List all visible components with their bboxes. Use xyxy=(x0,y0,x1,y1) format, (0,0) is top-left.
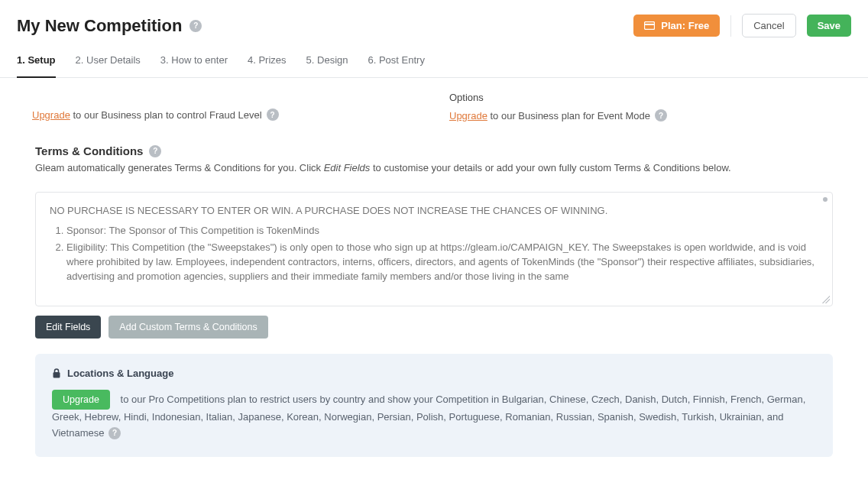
terms-item-eligibility: Eligibility: This Competition (the "Swee… xyxy=(66,241,818,284)
terms-desc: Gleam automatically generates Terms & Co… xyxy=(35,162,833,173)
terms-item-sponsor: Sponsor: The Sponsor of This Competition… xyxy=(66,224,818,238)
tab-how-to-enter[interactable]: 3. How to enter xyxy=(160,45,228,77)
save-button[interactable]: Save xyxy=(807,15,851,37)
terms-title: Terms & Conditions xyxy=(35,144,143,157)
add-custom-terms-button[interactable]: Add Custom Terms & Conditions xyxy=(108,316,267,339)
title-wrap: My New Competition ? xyxy=(17,16,202,36)
upgrade-row: Upgrade to our Business plan to control … xyxy=(17,87,851,134)
terms-desc-em: Edit Fields xyxy=(324,162,371,173)
tab-prizes[interactable]: 4. Prizes xyxy=(248,45,287,77)
terms-desc-prefix: Gleam automatically generates Terms & Co… xyxy=(35,162,324,173)
help-icon[interactable]: ? xyxy=(655,109,667,122)
plan-label: Plan: Free xyxy=(661,21,709,31)
cancel-button[interactable]: Cancel xyxy=(742,14,795,37)
svg-rect-2 xyxy=(53,372,60,378)
help-icon[interactable]: ? xyxy=(267,109,279,121)
event-mode-col: Options Upgrade to our Business plan for… xyxy=(449,92,836,122)
locations-card: Locations & Language Upgrade to our Pro … xyxy=(35,354,833,457)
terms-section: Terms & Conditions ? Gleam automatically… xyxy=(17,134,851,468)
tab-user-details[interactable]: 2. User Details xyxy=(76,45,141,77)
terms-desc-suffix: to customise your details or add your ow… xyxy=(370,162,730,173)
upgrade-button-locations[interactable]: Upgrade xyxy=(52,390,110,410)
fraud-text: to our Business plan to control Fraud Le… xyxy=(70,109,262,121)
terms-list: Sponsor: The Sponsor of This Competition… xyxy=(50,224,818,284)
terms-head: Terms & Conditions ? xyxy=(35,144,833,157)
upgrade-link-fraud[interactable]: Upgrade xyxy=(32,109,70,121)
tab-post-entry[interactable]: 6. Post Entry xyxy=(368,45,424,77)
header-actions: Plan: Free Cancel Save xyxy=(633,14,851,37)
terms-intro: NO PURCHASE IS NECESSARY TO ENTER OR WIN… xyxy=(50,205,818,216)
plan-button[interactable]: Plan: Free xyxy=(633,15,720,37)
lock-icon xyxy=(52,368,61,378)
fraud-level-col: Upgrade to our Business plan to control … xyxy=(32,92,419,122)
locations-title: Locations & Language xyxy=(67,368,173,379)
help-icon[interactable]: ? xyxy=(108,427,121,439)
terms-readonly-box: NO PURCHASE IS NECESSARY TO ENTER OR WIN… xyxy=(35,192,833,306)
page-header: My New Competition ? Plan: Free Cancel S… xyxy=(0,0,868,45)
edit-fields-button[interactable]: Edit Fields xyxy=(35,316,101,339)
locations-desc: Upgrade to our Pro Competitions plan to … xyxy=(52,390,816,442)
divider xyxy=(730,15,731,37)
help-icon[interactable]: ? xyxy=(189,20,202,32)
content-area: Upgrade to our Business plan to control … xyxy=(0,78,868,483)
upgrade-link-event[interactable]: Upgrade xyxy=(449,110,487,122)
credit-card-icon xyxy=(644,21,655,30)
help-icon[interactable]: ? xyxy=(149,145,161,157)
locations-head: Locations & Language xyxy=(52,368,816,379)
tab-setup[interactable]: 1. Setup xyxy=(17,45,56,78)
resize-handle-icon[interactable] xyxy=(822,296,830,303)
options-label: Options xyxy=(449,92,836,103)
svg-rect-0 xyxy=(645,22,655,30)
event-mode-text: to our Business plan for Event Mode xyxy=(487,110,650,122)
tab-design[interactable]: 5. Design xyxy=(306,45,348,77)
svg-rect-1 xyxy=(644,24,655,25)
tabs-nav: 1. Setup 2. User Details 3. How to enter… xyxy=(0,45,868,78)
locations-text: to our Pro Competitions plan to restrict… xyxy=(52,394,805,439)
terms-buttons: Edit Fields Add Custom Terms & Condition… xyxy=(35,316,833,339)
page-title: My New Competition xyxy=(17,16,182,36)
scroll-indicator xyxy=(823,197,828,202)
